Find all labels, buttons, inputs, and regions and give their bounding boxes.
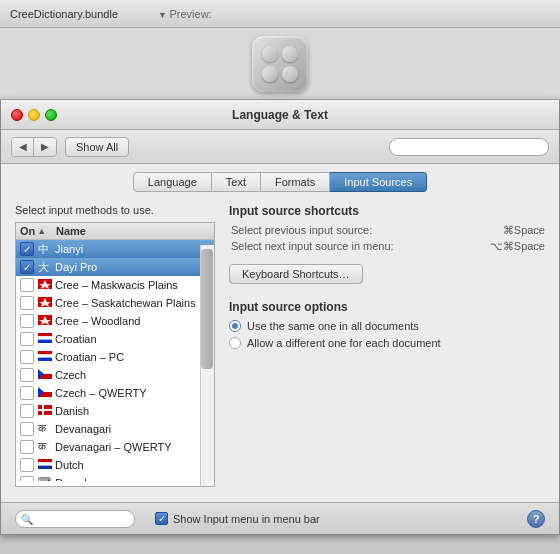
radio-row-1[interactable]: Use the same one in all documents [229, 320, 545, 332]
croatian-flag-icon [38, 332, 52, 346]
dutch-flag-icon [38, 458, 52, 472]
list-item[interactable]: Czech – QWERTY [16, 384, 214, 402]
item-label: Devanagari [55, 423, 111, 435]
main-window: Language & Text ◀ ▶ Show All 🔍 Language … [0, 100, 560, 535]
svg-rect-6 [38, 333, 52, 336]
forward-button[interactable]: ▶ [34, 138, 56, 156]
minimize-button[interactable] [28, 109, 40, 121]
item-label: Dutch [55, 459, 84, 471]
back-button[interactable]: ◀ [12, 138, 34, 156]
item-label: Czech – QWERTY [55, 387, 147, 399]
item-checkbox[interactable] [20, 332, 34, 346]
list-item[interactable]: Croatian – PC [16, 348, 214, 366]
list-items: ✓ 中 Jianyi ✓ 大 Dayi Pro [16, 240, 214, 481]
traffic-lights [11, 109, 57, 121]
tab-text[interactable]: Text [212, 172, 261, 192]
item-label: Czech [55, 369, 86, 381]
radio-diff-doc[interactable] [229, 337, 241, 349]
croatian-flag-icon [38, 350, 52, 364]
tabs-bar: Language Text Formats Input Sources [1, 164, 559, 192]
toolbar-search-input[interactable] [389, 138, 549, 156]
list-item[interactable]: Danish [16, 402, 214, 420]
scrollbar-thumb[interactable] [201, 249, 213, 369]
tab-formats[interactable]: Formats [261, 172, 330, 192]
right-panel: Input source shortcuts Select previous i… [229, 204, 545, 490]
scrollbar-track[interactable] [200, 245, 214, 486]
list-item[interactable]: ✓ 中 Jianyi [16, 240, 214, 258]
list-item[interactable]: क Devanagari [16, 420, 214, 438]
list-item[interactable]: Croatian [16, 330, 214, 348]
bundle-icon [252, 36, 308, 92]
show-all-button[interactable]: Show All [65, 137, 129, 157]
radio-dot [232, 323, 238, 329]
icon-circle [262, 46, 278, 62]
content-area: Select input methods to use. On ▲ Name ✓… [1, 192, 559, 502]
cree-icon [38, 296, 52, 310]
bundle-bar: CreeDictionary.bundle Preview: [0, 0, 560, 28]
item-checkbox[interactable] [20, 314, 34, 328]
item-checkbox[interactable] [20, 278, 34, 292]
next-shortcut-row: Select next input source in menu: ⌥⌘Spac… [229, 240, 545, 253]
maximize-button[interactable] [45, 109, 57, 121]
cree-icon [38, 278, 52, 292]
svg-rect-7 [38, 336, 52, 339]
help-button[interactable]: ? [527, 510, 545, 528]
item-label: Dayi Pro [55, 261, 97, 273]
close-button[interactable] [11, 109, 23, 121]
show-menu-checkbox[interactable]: ✓ [155, 512, 168, 525]
select-label: Select input methods to use. [15, 204, 215, 216]
col-name-header: Name [56, 225, 210, 237]
radio1-label: Use the same one in all documents [247, 320, 419, 332]
options-title: Input source options [229, 300, 545, 314]
cree-icon [38, 314, 52, 328]
next-shortcut-key: ⌥⌘Space [490, 240, 545, 253]
radio2-label: Allow a different one for each document [247, 337, 441, 349]
item-label: Croatian – PC [55, 351, 124, 363]
item-checkbox[interactable]: ✓ [20, 260, 34, 274]
bottom-search-input[interactable] [15, 510, 135, 528]
devanagari-icon: क [38, 440, 52, 454]
bottom-search-wrapper: 🔍 [15, 510, 135, 528]
list-item[interactable]: Cree – Maskwacis Plains [16, 276, 214, 294]
item-checkbox[interactable] [20, 368, 34, 382]
icon-circle [262, 66, 278, 82]
dvorak-icon: ⌨ [38, 476, 52, 481]
svg-rect-23 [38, 466, 52, 469]
jianyi-icon: 中 [38, 242, 52, 256]
tab-language[interactable]: Language [133, 172, 212, 192]
item-checkbox[interactable] [20, 422, 34, 436]
list-item[interactable]: ⌨ Dvorak [16, 474, 214, 481]
item-checkbox[interactable] [20, 350, 34, 364]
show-menu-label[interactable]: ✓ Show Input menu in menu bar [155, 512, 320, 525]
item-checkbox[interactable] [20, 458, 34, 472]
col-on-header: On ▲ [20, 225, 56, 237]
item-checkbox[interactable] [20, 440, 34, 454]
list-item[interactable]: ✓ 大 Dayi Pro [16, 258, 214, 276]
list-item[interactable]: Cree – Saskatchewan Plains [16, 294, 214, 312]
item-checkbox[interactable] [20, 404, 34, 418]
item-checkbox[interactable] [20, 386, 34, 400]
radio-same-doc[interactable] [229, 320, 241, 332]
sort-arrow-icon: ▲ [37, 226, 46, 236]
icon-circle [282, 46, 298, 62]
list-item[interactable]: क Devanagari – QWERTY [16, 438, 214, 456]
list-item[interactable]: Dutch [16, 456, 214, 474]
radio-row-2[interactable]: Allow a different one for each document [229, 337, 545, 349]
list-item[interactable]: Czech [16, 366, 214, 384]
svg-rect-21 [38, 459, 52, 462]
item-checkbox[interactable] [20, 296, 34, 310]
list-header: On ▲ Name [16, 223, 214, 240]
toolbar-search-wrapper: 🔍 [389, 138, 549, 156]
list-item[interactable]: Cree – Woodland [16, 312, 214, 330]
svg-rect-8 [38, 340, 52, 343]
preview-area [0, 28, 560, 100]
svg-rect-10 [38, 354, 52, 357]
keyboard-shortcuts-button[interactable]: Keyboard Shortcuts… [229, 264, 363, 284]
item-checkbox[interactable] [20, 476, 34, 481]
item-checkbox[interactable]: ✓ [20, 242, 34, 256]
bundle-title: CreeDictionary.bundle [10, 8, 118, 20]
tab-input-sources[interactable]: Input Sources [330, 172, 427, 192]
item-label: Danish [55, 405, 89, 417]
bottom-bar: 🔍 ✓ Show Input menu in menu bar ? [1, 502, 559, 534]
icon-circle [282, 66, 298, 82]
